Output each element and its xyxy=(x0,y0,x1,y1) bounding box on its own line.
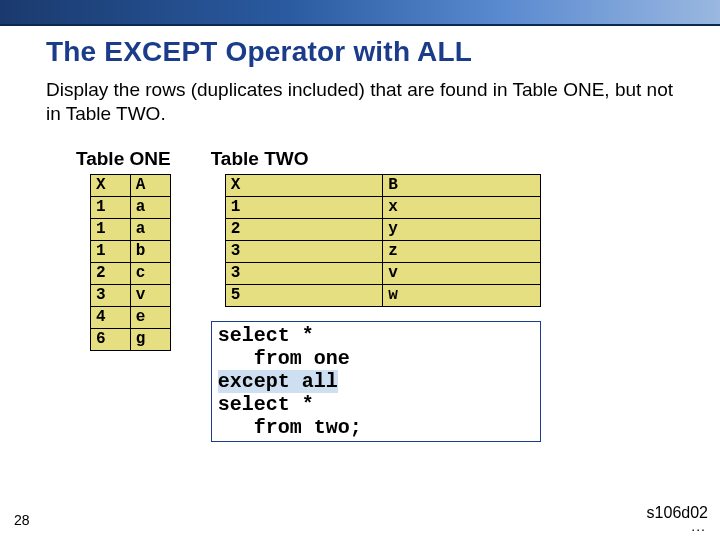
header-banner xyxy=(0,0,720,26)
table-row: 1x xyxy=(225,196,540,218)
code-line: select * xyxy=(218,393,314,416)
continuation-dots: ... xyxy=(691,518,706,534)
table-two-block: Table TWO X B 1x 2y 3z 3v 5w xyxy=(211,148,541,307)
table-row: 5w xyxy=(225,284,540,306)
col-header: A xyxy=(130,174,170,196)
table-row: 4e xyxy=(91,306,171,328)
table-row: 2c xyxy=(91,262,171,284)
table-one-caption: Table ONE xyxy=(76,148,171,170)
slide-number: 28 xyxy=(14,512,30,528)
slide-content: The EXCEPT Operator with ALL Display the… xyxy=(0,26,720,442)
table-row: 3v xyxy=(91,284,171,306)
col-header: B xyxy=(383,174,541,196)
table-row: 1b xyxy=(91,240,171,262)
table-row: 3v xyxy=(225,262,540,284)
table-row: X A xyxy=(91,174,171,196)
table-row: 2y xyxy=(225,218,540,240)
table-row: 6g xyxy=(91,328,171,350)
table-one: X A 1a 1a 1b 2c 3v 4e 6g xyxy=(90,174,171,351)
table-row: 1a xyxy=(91,196,171,218)
col-header: X xyxy=(91,174,131,196)
table-two: X B 1x 2y 3z 3v 5w xyxy=(225,174,541,307)
slide-description: Display the rows (duplicates included) t… xyxy=(46,78,674,126)
table-row: X B xyxy=(225,174,540,196)
code-line: from two; xyxy=(218,416,362,439)
code-line: select * xyxy=(218,324,314,347)
table-two-caption: Table TWO xyxy=(211,148,541,170)
slide-title: The EXCEPT Operator with ALL xyxy=(46,36,674,68)
code-line: from one xyxy=(218,347,350,370)
table-one-block: Table ONE X A 1a 1a 1b 2c 3v 4e 6g xyxy=(76,148,171,351)
code-line-highlight: except all xyxy=(218,370,338,393)
sql-code-block: select * from one except all select * fr… xyxy=(211,321,541,442)
tables-container: Table ONE X A 1a 1a 1b 2c 3v 4e 6g Table… xyxy=(76,148,674,442)
right-column: Table TWO X B 1x 2y 3z 3v 5w select * fr… xyxy=(211,148,541,442)
table-row: 1a xyxy=(91,218,171,240)
col-header: X xyxy=(225,174,383,196)
table-row: 3z xyxy=(225,240,540,262)
